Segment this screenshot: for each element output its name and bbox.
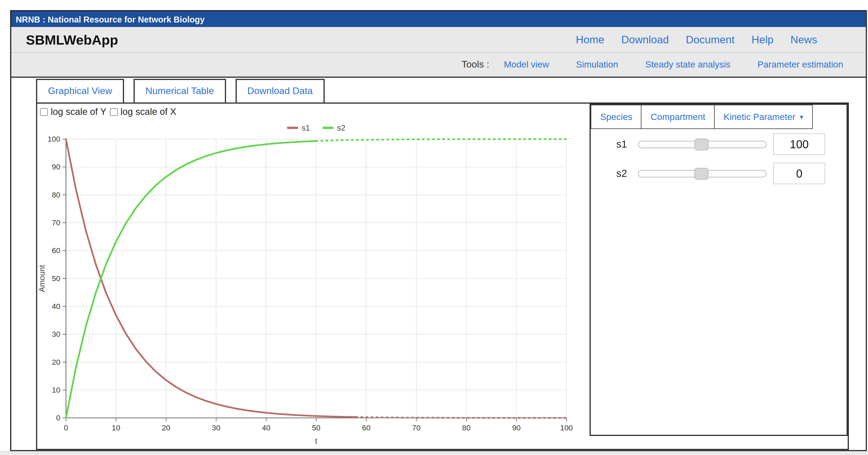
x-tick-label: 20 [162, 424, 170, 432]
log-scale-y-option: log scale of Y [40, 106, 106, 117]
x-tick-label: 0 [64, 424, 68, 432]
s1-slider[interactable] [638, 140, 767, 148]
legend-label: s2 [337, 123, 345, 132]
log-options: log scale of Y log scale of X [40, 106, 180, 117]
tools-link-parameter-estimation[interactable]: Parameter estimation [757, 60, 843, 70]
y-axis-title: Amount [37, 265, 46, 292]
app-window: NRNB : National Resource for Network Bio… [10, 10, 867, 451]
tab-numerical-table[interactable]: Numerical Table [134, 79, 226, 104]
tools-label: Tools : [462, 59, 489, 70]
y-tick-label: 80 [52, 191, 60, 199]
main-nav: HomeDownloadDocumentHelpNews [576, 34, 866, 46]
tools-link-model-view[interactable]: Model view [504, 60, 549, 70]
s1-value-input[interactable]: 100 [773, 134, 825, 155]
parameter-row-s2: s20 [591, 162, 846, 185]
chart-area: 0102030405060708090100010203040506070809… [37, 115, 604, 448]
x-tick-label: 100 [560, 424, 573, 432]
y-tick-label: 20 [52, 358, 60, 366]
parameter-rows: s1100s20 [591, 132, 846, 185]
tools-link-steady-state-analysis[interactable]: Steady state analysis [645, 60, 731, 70]
horizontal-scrollbar[interactable] [0, 451, 868, 455]
parameter-row-s1: s1100 [591, 132, 846, 156]
y-tick-label: 70 [52, 219, 60, 227]
x-tick-label: 30 [212, 424, 220, 432]
panel-tab-species[interactable]: Species [591, 105, 642, 129]
x-tick-label: 70 [412, 424, 421, 432]
tab-graphical-view[interactable]: Graphical View [36, 79, 124, 104]
chevron-down-icon: ▾ [800, 113, 803, 121]
tools-bar: Tools : Model viewSimulationSteady state… [11, 53, 866, 78]
nav-news[interactable]: News [790, 34, 817, 46]
panel-tab-compartment[interactable]: Compartment [641, 105, 715, 129]
log-scale-x-checkbox[interactable] [110, 108, 118, 116]
nav-download[interactable]: Download [621, 34, 669, 46]
y-tick-label: 50 [52, 274, 60, 283]
app-header: SBMLWebApp HomeDownloadDocumentHelpNews [11, 27, 866, 53]
series-line-s1 [66, 139, 356, 417]
page: NRNB : National Resource for Network Bio… [0, 0, 868, 455]
panel-tab-label: Species [600, 112, 632, 122]
chart-legend: s1s2 [66, 123, 566, 132]
y-tick-label: 100 [48, 135, 60, 143]
log-scale-y-label: log scale of Y [51, 106, 106, 117]
nav-document[interactable]: Document [686, 34, 735, 46]
content: Graphical ViewNumerical TableDownload Da… [11, 78, 866, 450]
species-label-s1: s1 [612, 138, 631, 150]
y-tick-label: 60 [52, 246, 60, 255]
slider-thumb[interactable] [694, 167, 709, 180]
legend-swatch-s2 [322, 127, 334, 129]
y-tick-label: 0 [56, 414, 60, 422]
parameter-tabs: SpeciesCompartmentKinetic Parameter▾ [591, 105, 846, 129]
panel-tab-label: Compartment [651, 112, 705, 122]
app-title: SBMLWebApp [26, 32, 118, 47]
log-scale-x-option: log scale of X [110, 106, 176, 117]
simulation-chart: 0102030405060708090100010203040506070809… [37, 115, 601, 444]
y-tick-label: 40 [52, 302, 60, 311]
y-tick-label: 30 [52, 330, 60, 338]
log-scale-y-checkbox[interactable] [40, 108, 48, 116]
s2-value-input[interactable]: 0 [773, 163, 825, 184]
panel-tab-label: Kinetic Parameter [724, 112, 795, 122]
legend-item-s2[interactable]: s2 [322, 123, 345, 132]
x-tick-label: 90 [512, 424, 521, 432]
legend-label: s1 [302, 123, 310, 132]
titlebar-text: NRNB : National Resource for Network Bio… [16, 14, 205, 24]
species-label-s2: s2 [612, 167, 631, 180]
slider-thumb[interactable] [694, 138, 709, 150]
x-axis-title: t [315, 436, 317, 444]
nav-home[interactable]: Home [576, 34, 604, 46]
legend-swatch-s1 [287, 127, 298, 129]
panel-tab-kinetic-parameter[interactable]: Kinetic Parameter▾ [714, 105, 813, 129]
x-tick-label: 80 [462, 424, 471, 432]
x-tick-label: 10 [112, 424, 120, 432]
y-tick-label: 90 [52, 163, 60, 171]
legend-item-s1[interactable]: s1 [287, 123, 310, 132]
series-line-s2 [66, 141, 316, 418]
tab-download-data[interactable]: Download Data [236, 79, 325, 104]
log-scale-x-label: log scale of X [121, 106, 176, 117]
s2-slider[interactable] [638, 170, 767, 177]
titlebar: NRNB : National Resource for Network Bio… [11, 11, 866, 27]
tools-link-simulation[interactable]: Simulation [576, 60, 618, 70]
view-tabs: Graphical ViewNumerical TableDownload Da… [36, 79, 325, 104]
parameter-panel: SpeciesCompartmentKinetic Parameter▾ s11… [590, 104, 848, 436]
main-panel: log scale of Y log scale of X 0102030405… [36, 102, 849, 450]
x-tick-label: 60 [362, 424, 371, 432]
tools-links: Model viewSimulationSteady state analysi… [504, 60, 866, 70]
y-tick-label: 10 [52, 386, 60, 394]
nav-help[interactable]: Help [751, 34, 774, 46]
x-tick-label: 50 [312, 424, 320, 432]
x-tick-label: 40 [262, 424, 271, 432]
